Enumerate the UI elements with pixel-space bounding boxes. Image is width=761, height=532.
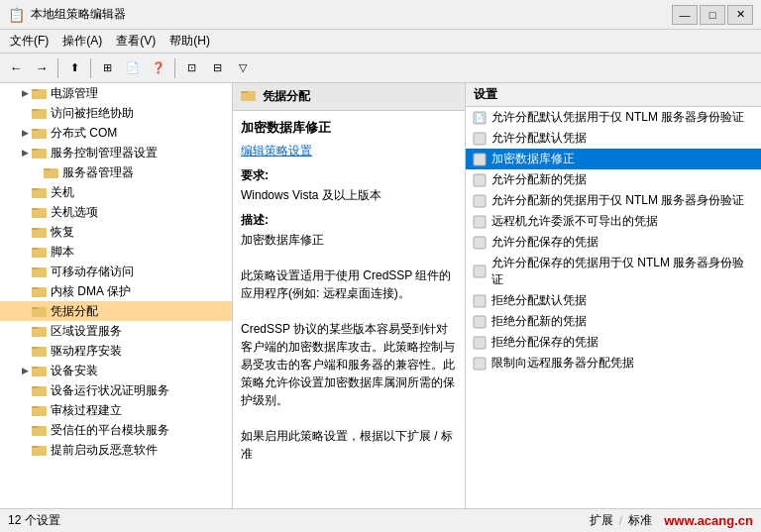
filter-button[interactable]: ▽ bbox=[231, 56, 255, 80]
svg-rect-3 bbox=[32, 109, 39, 111]
tree-label: 提前启动反恶意软件 bbox=[51, 442, 158, 459]
view1-button[interactable]: ⊡ bbox=[179, 56, 203, 80]
folder-icon bbox=[44, 165, 59, 179]
svg-rect-25 bbox=[32, 327, 39, 329]
right-item-restrict-remote[interactable]: 限制向远程服务器分配凭据 bbox=[466, 353, 761, 373]
requirement-text: Windows Vista 及以上版本 bbox=[241, 186, 457, 204]
right-item-allow-ntlm-cred[interactable]: 📄 允许分配默认凭据用于仅 NTLM 服务器身份验证 bbox=[466, 107, 761, 128]
right-item-encrypt-db[interactable]: 加密数据库修正 bbox=[466, 149, 761, 169]
tab-separator: / bbox=[619, 514, 622, 528]
tree-item-region[interactable]: 区域设置服务 bbox=[0, 321, 232, 341]
tree-label: 脚本 bbox=[51, 244, 74, 261]
tree-item-device-install[interactable]: ▶ 设备安装 bbox=[0, 361, 232, 380]
tree-item-scripts[interactable]: 脚本 bbox=[0, 242, 232, 262]
right-item-allow-saved-ntlm[interactable]: 允许分配保存的凭据用于仅 NTLM 服务器身份验证 bbox=[466, 253, 761, 290]
center-header-title: 凭据分配 bbox=[263, 88, 310, 105]
title-bar-left: 📋 本地组策略编辑器 bbox=[8, 6, 126, 23]
svg-rect-27 bbox=[32, 347, 39, 349]
back-button[interactable]: ← bbox=[4, 56, 28, 80]
left-panel-tree: ▶ 电源管理 访问被拒绝协助 ▶ 分布式 COM ▶ bbox=[0, 83, 233, 508]
watermark: www.acang.cn bbox=[664, 513, 753, 528]
edit-policy-link[interactable]: 编辑策略设置 bbox=[241, 143, 457, 160]
right-item-label: 拒绝分配保存的凭据 bbox=[491, 334, 598, 351]
tree-item-trusted-platform[interactable]: 受信任的平台模块服务 bbox=[0, 420, 232, 440]
policy-icon bbox=[472, 152, 488, 167]
up-button[interactable]: ⬆ bbox=[62, 56, 86, 80]
tree-item-dcom[interactable]: ▶ 分布式 COM bbox=[0, 123, 232, 143]
folder-icon bbox=[32, 185, 48, 199]
expand-arrow: ▶ bbox=[18, 148, 32, 158]
folder-icon bbox=[32, 245, 48, 259]
center-content: 加密数据库修正 编辑策略设置 要求: Windows Vista 及以上版本 描… bbox=[233, 111, 465, 471]
right-item-deny-fresh-cred[interactable]: 拒绝分配新的凭据 bbox=[466, 311, 761, 332]
tree-item-kernel-dma[interactable]: 内核 DMA 保护 bbox=[0, 281, 232, 301]
right-item-allow-fresh-cred[interactable]: 允许分配新的凭据 bbox=[466, 169, 761, 190]
tree-item-power[interactable]: ▶ 电源管理 bbox=[0, 83, 232, 103]
svg-rect-48 bbox=[474, 266, 486, 277]
folder-icon bbox=[32, 383, 48, 397]
tree-item-recovery[interactable]: 恢复 bbox=[0, 222, 232, 242]
right-item-allow-default-cred[interactable]: 允许分配默认凭据 bbox=[466, 128, 761, 149]
policy-title: 加密数据库修正 bbox=[241, 119, 457, 137]
show-hide-button[interactable]: ⊞ bbox=[95, 56, 119, 80]
policy-icon bbox=[472, 314, 488, 330]
requirement-label: 要求: bbox=[241, 167, 457, 184]
folder-icon bbox=[32, 364, 48, 377]
help-button[interactable]: ❓ bbox=[147, 56, 170, 80]
right-item-label: 远程机允许委派不可导出的凭据 bbox=[491, 213, 658, 230]
tree-item-server-mgr[interactable]: 服务器管理器 bbox=[0, 162, 232, 182]
tree-item-access-denied[interactable]: 访问被拒绝协助 bbox=[0, 103, 232, 123]
tab-standard[interactable]: 标准 bbox=[624, 512, 656, 529]
right-item-deny-saved-cred[interactable]: 拒绝分配保存的凭据 bbox=[466, 332, 761, 353]
folder-icon bbox=[32, 265, 48, 278]
tree-label: 内核 DMA 保护 bbox=[51, 283, 131, 300]
folder-icon bbox=[32, 344, 48, 358]
forward-button[interactable]: → bbox=[30, 56, 54, 80]
menu-help[interactable]: 帮助(H) bbox=[163, 31, 216, 52]
maximize-button[interactable]: □ bbox=[700, 5, 725, 25]
right-item-remote-delegate[interactable]: 远程机允许委派不可导出的凭据 bbox=[466, 211, 761, 232]
tree-item-credentials[interactable]: 凭据分配 bbox=[0, 301, 232, 321]
tree-label: 关机 bbox=[51, 184, 74, 201]
folder-icon bbox=[32, 324, 48, 338]
svg-rect-52 bbox=[474, 358, 486, 370]
tree-label: 关机选项 bbox=[51, 204, 98, 221]
tree-item-early-boot[interactable]: 提前启动反恶意软件 bbox=[0, 440, 232, 460]
right-item-allow-saved-cred[interactable]: 允许分配保存的凭据 bbox=[466, 232, 761, 253]
right-item-deny-default-cred[interactable]: 拒绝分配默认凭据 bbox=[466, 290, 761, 311]
tree-item-shutdown[interactable]: 关机 bbox=[0, 182, 232, 202]
policy-icon bbox=[472, 172, 488, 188]
close-button[interactable]: ✕ bbox=[727, 5, 753, 25]
menu-view[interactable]: 查看(V) bbox=[110, 31, 162, 52]
folder-icon bbox=[32, 443, 48, 457]
policy-icon bbox=[472, 193, 488, 209]
svg-rect-43 bbox=[474, 154, 486, 165]
tree-item-audit[interactable]: 审核过程建立 bbox=[0, 400, 232, 420]
policy-icon: 📄 bbox=[472, 110, 488, 126]
svg-rect-17 bbox=[32, 248, 39, 250]
status-count: 12 个设置 bbox=[8, 512, 60, 529]
tab-expand[interactable]: 扩展 bbox=[586, 512, 617, 529]
tree-label: 可移动存储访问 bbox=[51, 264, 134, 280]
window-controls: — □ ✕ bbox=[672, 5, 753, 25]
folder-icon bbox=[32, 284, 48, 298]
window-title: 本地组策略编辑器 bbox=[31, 6, 126, 23]
svg-text:📄: 📄 bbox=[475, 113, 485, 123]
svg-rect-5 bbox=[32, 129, 39, 131]
tree-item-device-status[interactable]: 设备运行状况证明服务 bbox=[0, 380, 232, 400]
minimize-button[interactable]: — bbox=[672, 5, 698, 25]
tree-label: 区域设置服务 bbox=[51, 323, 122, 340]
console-button[interactable]: 📄 bbox=[121, 56, 145, 80]
view2-button[interactable]: ⊟ bbox=[205, 56, 229, 80]
folder-icon bbox=[32, 423, 48, 437]
menu-action[interactable]: 操作(A) bbox=[56, 31, 108, 52]
tree-item-mobile-storage[interactable]: 可移动存储访问 bbox=[0, 262, 232, 281]
tree-item-service-ctrl[interactable]: ▶ 服务控制管理器设置 bbox=[0, 143, 232, 162]
menu-file[interactable]: 文件(F) bbox=[4, 31, 54, 52]
right-item-allow-fresh-ntlm[interactable]: 允许分配新的凭据用于仅 NTLM 服务器身份验证 bbox=[466, 190, 761, 211]
tree-label: 恢复 bbox=[51, 224, 74, 241]
svg-rect-29 bbox=[32, 367, 39, 369]
title-bar: 📋 本地组策略编辑器 — □ ✕ bbox=[0, 0, 761, 30]
tree-item-shutdown-opts[interactable]: 关机选项 bbox=[0, 202, 232, 222]
tree-item-driver[interactable]: 驱动程序安装 bbox=[0, 341, 232, 361]
